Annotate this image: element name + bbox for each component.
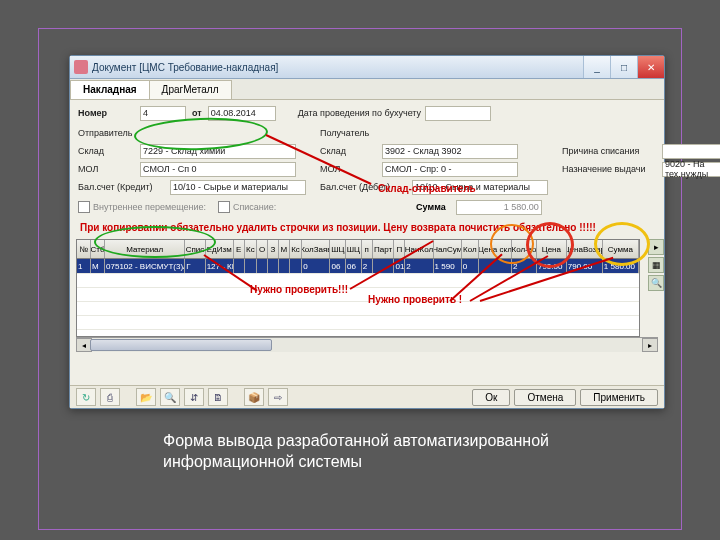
grid-header-cell[interactable]: Материал: [105, 240, 185, 258]
grid-header-cell[interactable]: Е: [234, 240, 245, 258]
app-icon: [74, 60, 88, 74]
sklad2-label: Склад: [320, 146, 382, 156]
vnutr-checkbox[interactable]: [78, 201, 90, 213]
tab-dragmetall[interactable]: ДрагМеталл: [149, 80, 232, 99]
grid-header-cell[interactable]: Кол: [462, 240, 479, 258]
grid-cell[interactable]: 0: [462, 259, 479, 273]
close-button[interactable]: ✕: [637, 56, 664, 78]
grid-cell[interactable]: 01: [394, 259, 405, 273]
grid-cell[interactable]: [279, 259, 290, 273]
grid-cell[interactable]: М: [91, 259, 105, 273]
minimize-button[interactable]: _: [583, 56, 610, 78]
tb-search-icon[interactable]: 🔍: [160, 388, 180, 406]
grid-header-cell[interactable]: ЦенаВозвр: [567, 240, 603, 258]
date-field[interactable]: 04.08.2014: [208, 106, 276, 121]
poluch-label: Получатель: [320, 128, 369, 138]
tb-arrow-icon[interactable]: ⇨: [268, 388, 288, 406]
grid-header-cell[interactable]: п: [362, 240, 373, 258]
grid-btn-1[interactable]: ▸: [648, 239, 664, 255]
summa-label: Сумма: [416, 202, 446, 212]
grid-header-cell[interactable]: О: [257, 240, 268, 258]
grid-header-cell[interactable]: Кол-во: [512, 240, 537, 258]
grid-cell[interactable]: 075102 - ВИСМУТ(3)АЗОТН: [105, 259, 185, 273]
grid-cell[interactable]: 127 - КГ: [206, 259, 234, 273]
window-title: Документ [ЦМС Требование-накладная]: [92, 62, 583, 73]
grid-header-cell[interactable]: ШЦ: [346, 240, 362, 258]
grid-cell[interactable]: 06: [330, 259, 346, 273]
grid-header-cell[interactable]: Цена: [537, 240, 567, 258]
grid-btn-2[interactable]: ▦: [648, 257, 664, 273]
sklad1-field[interactable]: 7229 - Склад химии: [140, 144, 296, 159]
grid-header-cell[interactable]: З: [268, 240, 279, 258]
grid-header-cell[interactable]: Спис: [185, 240, 205, 258]
tb-box-icon[interactable]: 📦: [244, 388, 264, 406]
grid-cell[interactable]: [373, 259, 395, 273]
grid-cell[interactable]: 1: [77, 259, 91, 273]
grid-cell[interactable]: 790.00: [567, 259, 603, 273]
grid-cell[interactable]: [290, 259, 302, 273]
tb-print-icon[interactable]: ⎙: [100, 388, 120, 406]
grid-header-cell[interactable]: Парт: [373, 240, 395, 258]
tb-refresh-icon[interactable]: ↻: [76, 388, 96, 406]
grid-cell[interactable]: 1 580.00: [603, 259, 639, 273]
data-grid[interactable]: №СтбМатериалСписЕдИзмЕКсОЗМКсКолЗаявШЦШЦ…: [76, 239, 640, 337]
ot-label: от: [192, 108, 202, 118]
nomer-field[interactable]: 4: [140, 106, 186, 121]
scroll-right-arrow[interactable]: ▸: [642, 338, 658, 352]
annot-check2: Нужно проверить !: [368, 294, 462, 305]
titlebar: Документ [ЦМС Требование-накладная] _ □ …: [70, 56, 664, 79]
grid-cell[interactable]: 1 590: [434, 259, 462, 273]
prichina-field[interactable]: [662, 144, 720, 159]
sklad2-field[interactable]: 3902 - Склад 3902: [382, 144, 518, 159]
grid-cell[interactable]: 2: [405, 259, 433, 273]
summa-field: 1 580.00: [456, 200, 542, 215]
grid-scroll-h[interactable]: ◂ ▸: [76, 337, 658, 352]
form-area: Номер 4 от 04.08.2014 Дата проведения по…: [70, 100, 664, 218]
tb-hier-icon[interactable]: ⇵: [184, 388, 204, 406]
slide-caption: Форма вывода разработанной автоматизиров…: [163, 431, 621, 473]
grid-header-cell[interactable]: Сумма: [603, 240, 639, 258]
grid-cell[interactable]: 06: [346, 259, 362, 273]
mol1-field[interactable]: СМОЛ - Сп 0: [140, 162, 296, 177]
grid-cell[interactable]: 2: [362, 259, 373, 273]
grid-row-1[interactable]: 1М075102 - ВИСМУТ(3)АЗОТНГ127 - КГ006062…: [77, 259, 639, 273]
grid-header-cell[interactable]: Кс: [245, 240, 257, 258]
grid-cell[interactable]: 2: [512, 259, 537, 273]
nazn-field[interactable]: 9020 - На тех.нужды: [662, 162, 720, 177]
grid-header-cell[interactable]: Стб: [91, 240, 105, 258]
grid-cell[interactable]: [479, 259, 512, 273]
mol2-field[interactable]: СМОЛ - Спр: 0 -: [382, 162, 518, 177]
tab-nakladnaya[interactable]: Накладная: [70, 80, 150, 99]
apply-button[interactable]: Применить: [580, 389, 658, 406]
grid-header-cell[interactable]: НалСум: [434, 240, 462, 258]
tb-open-icon[interactable]: 📂: [136, 388, 156, 406]
grid-header-cell[interactable]: Кс: [290, 240, 302, 258]
dataprov-field[interactable]: [425, 106, 491, 121]
grid-cell[interactable]: 790.00: [537, 259, 567, 273]
grid-cell[interactable]: [234, 259, 245, 273]
grid-header-cell[interactable]: П: [394, 240, 405, 258]
balcred-field[interactable]: 10/10 - Сырье и материалы: [170, 180, 306, 195]
grid-cell[interactable]: [268, 259, 279, 273]
grid-header-cell[interactable]: ЕдИзм: [206, 240, 234, 258]
grid-header-cell[interactable]: НаиКол: [405, 240, 433, 258]
ok-button[interactable]: Ок: [472, 389, 510, 406]
grid-header-cell[interactable]: ШЦ: [330, 240, 346, 258]
grid-btn-3[interactable]: 🔍: [648, 275, 664, 291]
grid-header-cell[interactable]: Цена скл: [479, 240, 512, 258]
scroll-thumb[interactable]: [90, 339, 272, 351]
grid-header-cell[interactable]: №: [77, 240, 91, 258]
grid-header-cell[interactable]: М: [279, 240, 290, 258]
balcred-label: Бал.счет (Кредит): [78, 182, 170, 192]
grid-cell[interactable]: Г: [185, 259, 205, 273]
grid-header: №СтбМатериалСписЕдИзмЕКсОЗМКсКолЗаявШЦШЦ…: [77, 240, 639, 259]
spis-checkbox[interactable]: [218, 201, 230, 213]
maximize-button[interactable]: □: [610, 56, 637, 78]
cancel-button[interactable]: Отмена: [514, 389, 576, 406]
otpr-label: Отправитель: [78, 128, 132, 138]
grid-header-cell[interactable]: КолЗаяв: [302, 240, 330, 258]
grid-cell[interactable]: 0: [302, 259, 330, 273]
grid-cell[interactable]: [257, 259, 268, 273]
tb-doc-icon[interactable]: 🗎: [208, 388, 228, 406]
grid-cell[interactable]: [245, 259, 257, 273]
